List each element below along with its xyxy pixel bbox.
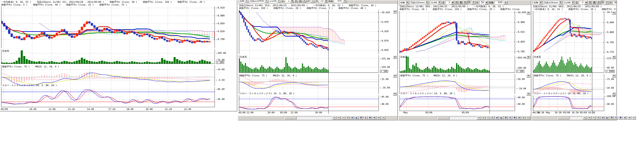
symbol-combobox[interactable]: 日経225mini▼ [249, 1, 268, 3]
bar-interval-value[interactable]: 1 [579, 1, 584, 4]
price-chart[interactable] [1, 6, 215, 48]
period-月-button[interactable]: 月 [303, 1, 306, 3]
chart-tool-button-9[interactable]: ⊕ [517, 116, 521, 120]
chart-tool-button-6[interactable]: D [359, 116, 363, 120]
volume-chart[interactable] [400, 55, 515, 73]
period-日-button[interactable]: 日 [588, 1, 592, 4]
bar-interval-stepper[interactable]: 1◢ [285, 1, 294, 3]
chart-tool-button-6[interactable]: D [610, 116, 614, 120]
chart-tool-button-10[interactable]: × [628, 116, 632, 120]
chart-tool-button-4[interactable]: ▪ [495, 116, 499, 120]
chart-tool-button-10[interactable]: × [522, 116, 526, 120]
collapse-volume-button[interactable]: ▼ [612, 55, 616, 59]
chart-scrollbar-thumb[interactable] [438, 117, 450, 119]
symbol-combobox[interactable]: 日経225mini▼ [543, 1, 562, 5]
period-月-button[interactable]: 月 [597, 1, 600, 4]
chart-tool-button-2[interactable]: − [341, 116, 345, 120]
bar-interval-value[interactable]: 1 [446, 1, 451, 4]
spinner-icon[interactable]: ◢ [584, 1, 588, 5]
chart-tool-button-8[interactable]: B [513, 116, 517, 120]
chevron-down-icon[interactable]: ▼ [539, 1, 542, 4]
contract-combobox[interactable]: 11/06▼ [430, 1, 442, 5]
instrument-combobox[interactable]: 先物▼ [533, 1, 542, 5]
period-T-button[interactable]: T [605, 1, 609, 4]
collapse-macd-button[interactable]: ▼ [526, 74, 530, 78]
chart-tool-button-1[interactable]: + [482, 116, 486, 120]
contract-combobox[interactable]: 11/06▼ [269, 1, 281, 3]
spinner-icon[interactable]: ◢ [485, 1, 488, 5]
stoch-chart[interactable] [400, 95, 515, 111]
period-日-button[interactable]: 日 [455, 1, 458, 4]
volume-chart[interactable] [1, 49, 215, 64]
chart-scrollbar[interactable] [284, 116, 332, 119]
chart-scrollbar-thumb[interactable] [284, 117, 296, 119]
collapse-stoch-button[interactable]: ▼ [393, 92, 397, 96]
period-分-button[interactable]: 分 [307, 1, 310, 3]
period-日-button[interactable]: 日 [294, 1, 298, 3]
chart-tool-button-7[interactable]: L [364, 116, 368, 120]
collapse-price-button[interactable]: ▼ [393, 10, 397, 13]
period-月-button[interactable]: 月 [463, 1, 467, 4]
bar-count-input[interactable]: 500 [334, 1, 343, 3]
instrument-combobox[interactable]: 先物▼ [239, 1, 248, 3]
minute-value[interactable]: 60 [613, 1, 617, 4]
price-chart[interactable] [533, 11, 604, 54]
chart-tool-button-3[interactable]: ↕ [490, 116, 494, 120]
chevron-down-icon[interactable]: ▼ [438, 1, 441, 4]
stoch-chart[interactable] [239, 95, 379, 111]
chevron-down-icon[interactable]: ▼ [426, 1, 429, 4]
minute-stepper[interactable]: 30◢ [480, 1, 488, 4]
toolbar-dropdown-button[interactable]: ▼ [504, 1, 508, 4]
chevron-down-icon[interactable]: ▼ [277, 1, 281, 3]
stoch-chart[interactable] [533, 95, 604, 111]
bar-interval-stepper[interactable]: 1◢ [579, 1, 588, 4]
chart-tool-button-7[interactable]: L [508, 116, 512, 120]
chevron-down-icon[interactable]: ▼ [245, 1, 248, 3]
minute-value[interactable]: 15 [319, 1, 324, 3]
chart-tool-button-9[interactable]: ⊕ [372, 116, 376, 120]
chevron-down-icon[interactable]: ▼ [559, 1, 562, 4]
chart-tool-button-1[interactable]: + [337, 116, 341, 120]
period-分-button[interactable]: 分 [601, 1, 604, 4]
chart-tool-button-0[interactable]: « [583, 116, 587, 120]
collapse-price-button[interactable]: ▼ [526, 11, 530, 15]
macd-chart[interactable] [400, 74, 515, 94]
volume-chart[interactable] [533, 55, 604, 73]
period-週-button[interactable]: 週 [298, 1, 302, 3]
chart-scrollbar-thumb[interactable] [558, 117, 570, 119]
bar-count-input[interactable]: 500 [494, 1, 503, 4]
chart-tool-button-3[interactable]: ↕ [596, 116, 600, 120]
chart-tool-button-7[interactable]: L [614, 116, 618, 120]
minute-value[interactable]: 30 [480, 1, 485, 4]
price-chart[interactable] [400, 11, 515, 54]
chevron-down-icon[interactable]: ▼ [571, 1, 575, 4]
chart-tool-button-11[interactable]: » [526, 116, 530, 120]
toolbar-dropdown-button[interactable]: ▼ [344, 1, 347, 3]
collapse-stoch-button[interactable]: ▼ [526, 92, 530, 96]
minute-stepper[interactable]: 60◢ [613, 1, 617, 4]
collapse-volume-button[interactable]: ▼ [393, 55, 397, 59]
chart-tool-button-0[interactable]: « [477, 116, 481, 120]
collapse-macd-button[interactable]: ▼ [393, 74, 397, 78]
chart-tool-button-8[interactable]: B [618, 116, 622, 120]
price-chart[interactable] [239, 10, 379, 54]
collapse-price-button[interactable]: ▼ [612, 11, 616, 15]
chart-tool-button-2[interactable]: − [486, 116, 490, 120]
chart-tool-button-11[interactable]: » [632, 116, 636, 120]
spinner-icon[interactable]: ◢ [290, 1, 294, 3]
chart-scrollbar[interactable] [436, 116, 477, 119]
chart-tool-button-5[interactable]: ◣ [354, 116, 359, 120]
instrument-combobox[interactable]: 先物▼ [399, 1, 409, 5]
spinner-icon[interactable]: ◢ [451, 1, 454, 5]
stoch-chart[interactable] [1, 87, 215, 107]
period-週-button[interactable]: 週 [459, 1, 463, 4]
chart-tool-button-11[interactable]: » [381, 116, 385, 120]
collapse-volume-button[interactable]: ▼ [526, 55, 530, 59]
minute-stepper[interactable]: 15◢ [319, 1, 328, 3]
collapse-stoch-button[interactable]: ▼ [612, 92, 616, 96]
macd-chart[interactable] [1, 65, 215, 86]
period-T-button[interactable]: T [311, 1, 315, 3]
chevron-down-icon[interactable]: ▼ [265, 1, 268, 3]
chart-tool-button-5[interactable]: ◣ [499, 116, 503, 120]
chart-tool-button-3[interactable]: ↕ [346, 116, 350, 120]
